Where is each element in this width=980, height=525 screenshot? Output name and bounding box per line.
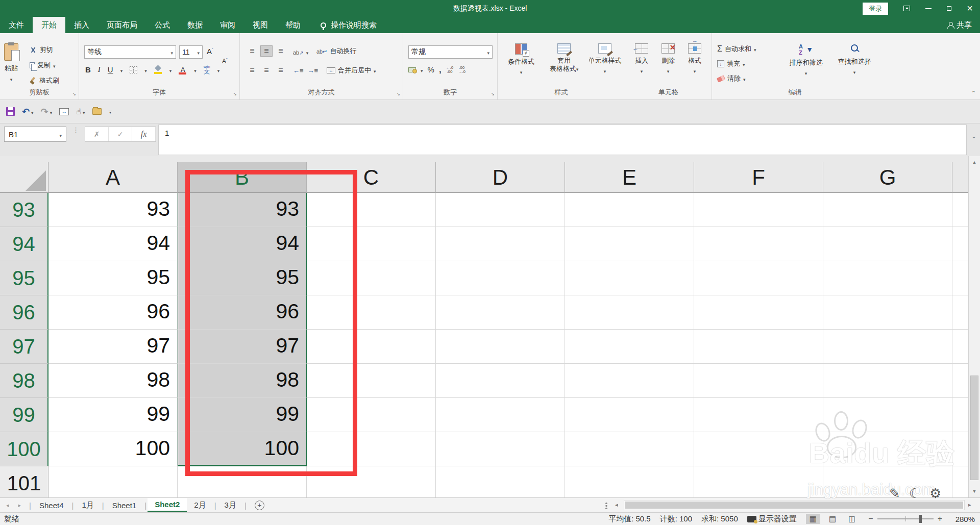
horizontal-scrollbar[interactable] <box>624 500 965 510</box>
ribbon-tab-8[interactable]: 帮助 <box>277 17 309 33</box>
cell-F94[interactable] <box>694 227 823 261</box>
row-header-100[interactable]: 100 <box>0 432 48 466</box>
ribbon-tab-5[interactable]: 数据 <box>179 17 211 33</box>
format-as-table-button[interactable]: 套用 表格格式 <box>544 43 584 89</box>
expand-formula-bar-button[interactable] <box>971 133 976 140</box>
name-box[interactable]: B1 <box>4 127 66 142</box>
fill-button[interactable]: 填充 <box>717 59 745 68</box>
paste-button[interactable]: 粘贴 <box>4 43 18 89</box>
cell-end95[interactable] <box>952 261 968 295</box>
cell-E97[interactable] <box>565 330 694 364</box>
cell-A99[interactable]: 99 <box>48 398 178 432</box>
find-select-button[interactable]: 查找和选择 <box>831 43 877 89</box>
undo-button[interactable] <box>22 106 34 117</box>
decrease-indent-button[interactable]: ←≡ <box>293 67 304 74</box>
cancel-button[interactable] <box>85 127 109 141</box>
name-box-resizer[interactable] <box>72 128 76 140</box>
hscroll-left-arrow-icon[interactable] <box>615 502 618 508</box>
row-header-93[interactable]: 93 <box>0 193 48 227</box>
cell-B101[interactable] <box>178 466 307 497</box>
cell-B98[interactable]: 98 <box>178 364 307 398</box>
autosum-button[interactable]: 自动求和 <box>717 44 756 54</box>
horizontal-scrollbar-thumb[interactable] <box>625 502 963 509</box>
cell-D98[interactable] <box>436 364 565 398</box>
tab-scrollbar-splitter[interactable] <box>605 502 608 509</box>
ribbon-tab-1[interactable]: 开始 <box>33 17 65 33</box>
cell-A96[interactable]: 96 <box>48 295 178 330</box>
align-left-button[interactable] <box>246 65 258 76</box>
display-settings-button[interactable]: 显示器设置 <box>747 514 797 524</box>
font-size-select[interactable]: 11 <box>179 45 203 59</box>
select-all-button[interactable] <box>0 162 48 193</box>
cell-G101[interactable] <box>823 466 952 497</box>
save-button[interactable] <box>6 107 15 116</box>
align-top-button[interactable] <box>246 45 258 57</box>
cell-end101[interactable] <box>952 466 968 497</box>
column-header-A[interactable]: A <box>48 162 178 193</box>
accounting-format-button[interactable] <box>408 67 416 72</box>
cell-E94[interactable] <box>565 227 694 261</box>
cell-D95[interactable] <box>436 261 565 295</box>
cell-end98[interactable] <box>952 364 968 398</box>
cell-B95[interactable]: 95 <box>178 261 307 295</box>
cell-A95[interactable]: 95 <box>48 261 178 295</box>
ribbon-display-options-button[interactable] <box>903 0 910 17</box>
cell-C98[interactable] <box>307 364 436 398</box>
cell-B94[interactable]: 94 <box>178 227 307 261</box>
row-header-101[interactable]: 101 <box>0 466 48 497</box>
login-button[interactable]: 登录 <box>863 3 888 15</box>
scroll-up-arrow-icon[interactable] <box>969 156 980 168</box>
cell-end94[interactable] <box>952 227 968 261</box>
italic-button[interactable]: I <box>98 65 101 74</box>
cell-C93[interactable] <box>307 193 436 227</box>
cell-A98[interactable]: 98 <box>48 364 178 398</box>
cell-E101[interactable] <box>565 466 694 497</box>
normal-view-button[interactable] <box>806 514 820 524</box>
cell-A94[interactable]: 94 <box>48 227 178 261</box>
cell-E93[interactable] <box>565 193 694 227</box>
sheet-nav-left-icon[interactable]: ◂ <box>6 502 9 509</box>
sheet-tab-Sheet4[interactable]: Sheet4 <box>32 498 71 512</box>
scroll-down-arrow-icon[interactable] <box>969 485 980 497</box>
bold-button[interactable]: B <box>85 65 91 74</box>
cut-button[interactable]: 剪切 <box>30 45 53 55</box>
cell-end100[interactable] <box>952 432 968 466</box>
cell-C97[interactable] <box>307 330 436 364</box>
chevron-down-icon[interactable] <box>194 65 197 74</box>
cell-F98[interactable] <box>694 364 823 398</box>
cell-F97[interactable] <box>694 330 823 364</box>
ribbon-tab-2[interactable]: 插入 <box>65 17 98 33</box>
number-format-select[interactable]: 常规 <box>408 45 493 59</box>
align-middle-button[interactable] <box>260 45 273 57</box>
column-header-G[interactable]: G <box>823 162 952 193</box>
cell-E100[interactable] <box>565 432 694 466</box>
align-right-button[interactable] <box>275 65 287 76</box>
ribbon-tab-4[interactable]: 公式 <box>146 17 179 33</box>
sheet-tab-1月[interactable]: 1月 <box>75 498 101 512</box>
column-header-F[interactable]: F <box>694 162 823 193</box>
cell-A100[interactable]: 100 <box>48 432 178 466</box>
formula-input[interactable]: 1 <box>158 124 967 155</box>
cell-G97[interactable] <box>823 330 952 364</box>
underline-button[interactable]: U <box>108 65 113 74</box>
cell-end93[interactable] <box>952 193 968 227</box>
dialog-launcher-icon[interactable] <box>396 91 400 96</box>
row-header-95[interactable]: 95 <box>0 261 48 295</box>
cell-B96[interactable]: 96 <box>178 295 307 330</box>
merge-center-shortcut-button[interactable] <box>59 108 69 115</box>
column-header-B[interactable]: B <box>178 162 307 193</box>
zoom-out-button[interactable] <box>868 514 873 523</box>
sort-filter-button[interactable]: 排序和筛选 <box>782 43 829 89</box>
row-header-98[interactable]: 98 <box>0 364 48 398</box>
cell-D99[interactable] <box>436 398 565 432</box>
insert-function-button[interactable]: fx <box>132 127 156 141</box>
font-family-select[interactable]: 等线 <box>84 45 176 59</box>
cell-F101[interactable] <box>694 466 823 497</box>
wrap-text-button[interactable]: 自动换行 <box>316 46 356 56</box>
cell-G99[interactable] <box>823 398 952 432</box>
ribbon-tab-7[interactable]: 视图 <box>244 17 277 33</box>
cell-G94[interactable] <box>823 227 952 261</box>
align-bottom-button[interactable] <box>275 45 287 57</box>
chevron-down-icon[interactable] <box>120 65 123 74</box>
column-header-E[interactable]: E <box>565 162 694 193</box>
